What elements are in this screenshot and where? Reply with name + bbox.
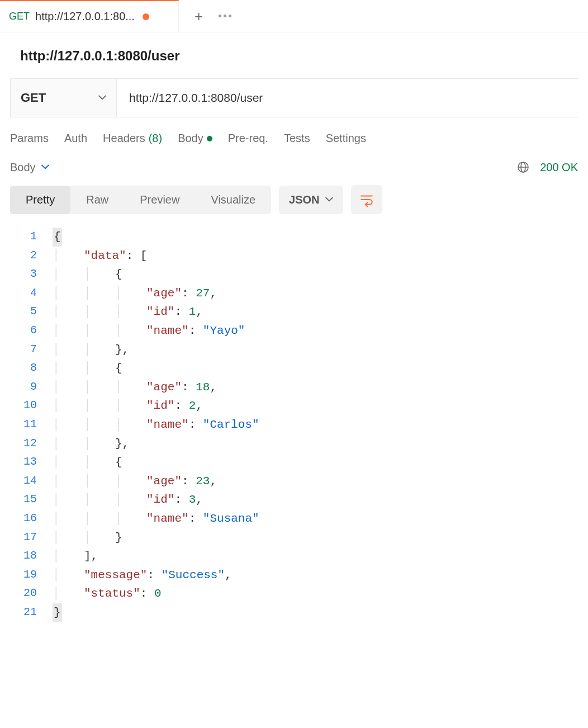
title-bar: http://127.0.0.1:8080/user: [0, 32, 588, 78]
format-label: JSON: [289, 193, 319, 206]
body-indicator-icon: [207, 136, 212, 141]
status-text[interactable]: 200 OK: [540, 161, 578, 174]
chevron-down-icon: [325, 196, 333, 204]
format-select[interactable]: JSON: [279, 186, 343, 214]
request-title: http://127.0.0.1:8080/user: [20, 48, 578, 64]
unsaved-indicator-icon: [143, 13, 149, 20]
url-input[interactable]: http://127.0.0.1:8080/user: [117, 79, 578, 117]
view-tab-pretty[interactable]: Pretty: [10, 186, 70, 214]
url-text: http://127.0.0.1:8080/user: [129, 91, 263, 105]
tab-auth[interactable]: Auth: [64, 132, 87, 145]
new-tab-button[interactable]: +: [195, 9, 203, 23]
chevron-down-icon: [41, 163, 49, 171]
method-label: GET: [21, 91, 46, 105]
tabs-actions: +: [179, 9, 231, 23]
tab-body[interactable]: Body: [178, 132, 212, 145]
url-bar: GET http://127.0.0.1:8080/user: [10, 78, 578, 117]
globe-icon[interactable]: [516, 160, 530, 174]
tab-settings[interactable]: Settings: [326, 132, 366, 145]
request-tabs: Params Auth Headers (8) Body Pre-req. Te…: [0, 117, 588, 155]
view-tabs: Pretty Raw Preview Visualize: [10, 186, 271, 214]
view-tab-visualize[interactable]: Visualize: [195, 186, 271, 214]
tab-menu-button[interactable]: [219, 15, 231, 17]
wrap-lines-button[interactable]: [351, 185, 382, 214]
request-tab[interactable]: GET http://127.0.0.1:80...: [0, 0, 179, 32]
tabs-bar: GET http://127.0.0.1:80... +: [0, 0, 588, 32]
response-section-select[interactable]: Body: [10, 161, 49, 174]
tab-params[interactable]: Params: [10, 132, 49, 145]
response-header: Body 200 OK: [0, 155, 588, 179]
response-body[interactable]: 1{ 2│"data": [ 3││{ 4│││"age": 27, 5│││"…: [0, 224, 588, 625]
chevron-down-icon: [98, 94, 106, 102]
http-method-select[interactable]: GET: [11, 79, 117, 117]
tab-prereq[interactable]: Pre-req.: [228, 132, 268, 145]
tab-method-badge: GET: [9, 11, 30, 22]
wrap-icon: [359, 192, 374, 207]
tab-tests[interactable]: Tests: [284, 132, 310, 145]
view-tab-preview[interactable]: Preview: [124, 186, 195, 214]
response-section-label: Body: [10, 161, 36, 174]
tab-title: http://127.0.0.1:80...: [35, 10, 135, 23]
view-controls: Pretty Raw Preview Visualize JSON: [0, 179, 588, 224]
view-tab-raw[interactable]: Raw: [70, 186, 124, 214]
tab-headers[interactable]: Headers (8): [103, 132, 162, 145]
